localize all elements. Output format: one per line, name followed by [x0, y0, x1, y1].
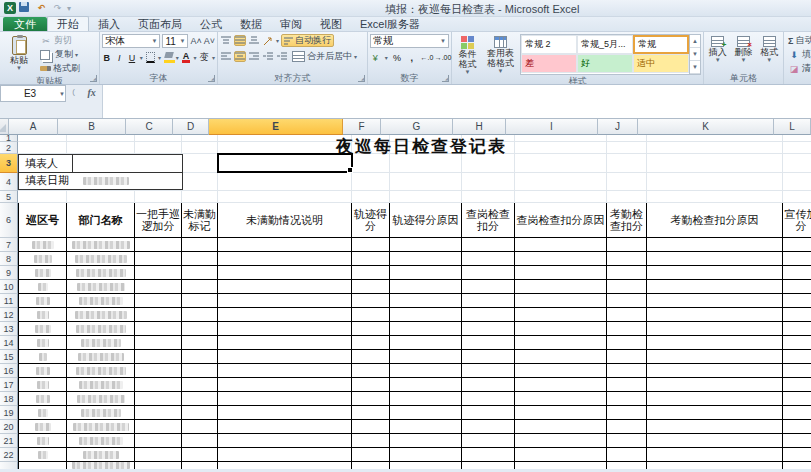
cell-J10[interactable] [607, 280, 647, 294]
column-header-E[interactable]: E [209, 119, 343, 135]
cell-K14[interactable] [647, 336, 783, 350]
cell-L20[interactable] [783, 420, 811, 434]
row-header-15[interactable]: 15 [0, 350, 18, 364]
cell-G16[interactable] [390, 364, 462, 378]
cell-L23[interactable] [783, 462, 811, 469]
cell-G21[interactable] [390, 434, 462, 448]
decrease-decimal-button[interactable]: →.00 [437, 52, 449, 63]
cell-K12[interactable] [647, 308, 783, 322]
column-header-H[interactable]: H [453, 119, 506, 135]
cell-G9[interactable] [390, 266, 462, 280]
cell-A1[interactable] [18, 135, 67, 142]
save-button[interactable] [19, 2, 32, 14]
fill-button[interactable]: ⬇填充 ▾ [786, 48, 811, 61]
cell-L3[interactable] [783, 154, 811, 173]
cell-K23[interactable] [647, 462, 783, 469]
cell-A9[interactable] [18, 266, 67, 280]
cell-G18[interactable] [390, 392, 462, 406]
cell-E9[interactable] [218, 266, 352, 280]
cell-G11[interactable] [390, 294, 462, 308]
cell-L22[interactable] [783, 448, 811, 462]
cell-E18[interactable] [218, 392, 352, 406]
cell-F17[interactable] [352, 378, 390, 392]
cell-D3[interactable] [182, 154, 218, 173]
cell-E6[interactable]: 未满勤情况说明 [218, 203, 352, 238]
cell-F10[interactable] [352, 280, 390, 294]
cell-H8[interactable] [462, 252, 515, 266]
cell-L16[interactable] [783, 364, 811, 378]
autosum-button[interactable]: Σ自动求和 [786, 34, 811, 47]
row-header-6[interactable]: 6 [0, 203, 18, 238]
tab-data[interactable]: 数据 [231, 17, 271, 31]
cell-J5[interactable] [607, 191, 647, 203]
cell-G17[interactable] [390, 378, 462, 392]
cut-button[interactable]: ✂剪切 [38, 34, 82, 47]
cell-E17[interactable] [218, 378, 352, 392]
cell-F12[interactable] [352, 308, 390, 322]
format-painter-button[interactable]: 格式刷 [38, 62, 82, 75]
cell-L4[interactable] [783, 173, 811, 191]
cell-B19[interactable] [67, 406, 135, 420]
row-header-13[interactable]: 13 [0, 322, 18, 336]
cell-J12[interactable] [607, 308, 647, 322]
cell-C1[interactable] [135, 135, 182, 142]
cell-C17[interactable] [135, 378, 182, 392]
cell-F22[interactable] [352, 448, 390, 462]
cell-B5[interactable] [67, 191, 135, 203]
cell-D23[interactable] [182, 462, 218, 469]
row-header-8[interactable]: 8 [0, 252, 18, 266]
cell-K19[interactable] [647, 406, 783, 420]
cell-H5[interactable] [462, 191, 515, 203]
cell-I16[interactable] [515, 364, 607, 378]
cell-C18[interactable] [135, 392, 182, 406]
cell-B14[interactable] [67, 336, 135, 350]
gallery-scroll-up[interactable]: ▲ [690, 35, 700, 48]
cell-B18[interactable] [67, 392, 135, 406]
italic-button[interactable]: I [115, 52, 125, 63]
cell-A16[interactable] [18, 364, 67, 378]
cell-A8[interactable] [18, 252, 67, 266]
cell-E20[interactable] [218, 420, 352, 434]
cell-I17[interactable] [515, 378, 607, 392]
cell-D11[interactable] [182, 294, 218, 308]
increase-indent-button[interactable] [276, 51, 288, 62]
cell-J3[interactable] [607, 154, 647, 173]
style-neutral[interactable]: 适中 [633, 54, 689, 73]
cell-I3[interactable] [515, 154, 607, 173]
bold-button[interactable]: B [102, 52, 112, 63]
cell-J6[interactable]: 考勤检查扣分 [607, 203, 647, 238]
font-dialog-launcher[interactable] [208, 75, 215, 82]
cell-K6[interactable]: 考勤检查扣分原因 [647, 203, 783, 238]
align-middle-button[interactable] [234, 35, 246, 46]
cell-E1[interactable] [218, 135, 352, 142]
cell-J17[interactable] [607, 378, 647, 392]
column-header-A[interactable]: A [9, 119, 58, 135]
cell-K11[interactable] [647, 294, 783, 308]
row-header-10[interactable]: 10 [0, 280, 18, 294]
cell-I5[interactable] [515, 191, 607, 203]
cell-K3[interactable] [647, 154, 783, 173]
cell-L17[interactable] [783, 378, 811, 392]
cell-A14[interactable] [18, 336, 67, 350]
column-header-D[interactable]: D [173, 119, 209, 135]
format-as-table-button[interactable]: 套用表格格式 ▼ [483, 34, 518, 74]
cell-E23[interactable] [218, 462, 352, 469]
cell-L18[interactable] [783, 392, 811, 406]
cell-B6[interactable]: 部门名称 [67, 203, 135, 238]
cell-F19[interactable] [352, 406, 390, 420]
row-header-3[interactable]: 3 [0, 154, 18, 173]
cell-J23[interactable] [607, 462, 647, 469]
cell-C6[interactable]: 一把手巡逻加分 [135, 203, 182, 238]
cell-L12[interactable] [783, 308, 811, 322]
cell-H21[interactable] [462, 434, 515, 448]
format-cells-button[interactable]: 格式▼ [757, 34, 781, 63]
cell-C9[interactable] [135, 266, 182, 280]
cell-K21[interactable] [647, 434, 783, 448]
shrink-font-button[interactable]: A˅ [204, 34, 215, 47]
align-top-button[interactable] [220, 35, 232, 46]
cell-C7[interactable] [135, 238, 182, 252]
style-normal-selected[interactable]: 常规 [633, 35, 689, 54]
cell-D4[interactable] [182, 173, 218, 191]
cell-A15[interactable] [18, 350, 67, 364]
row-header-18[interactable]: 18 [0, 392, 18, 406]
